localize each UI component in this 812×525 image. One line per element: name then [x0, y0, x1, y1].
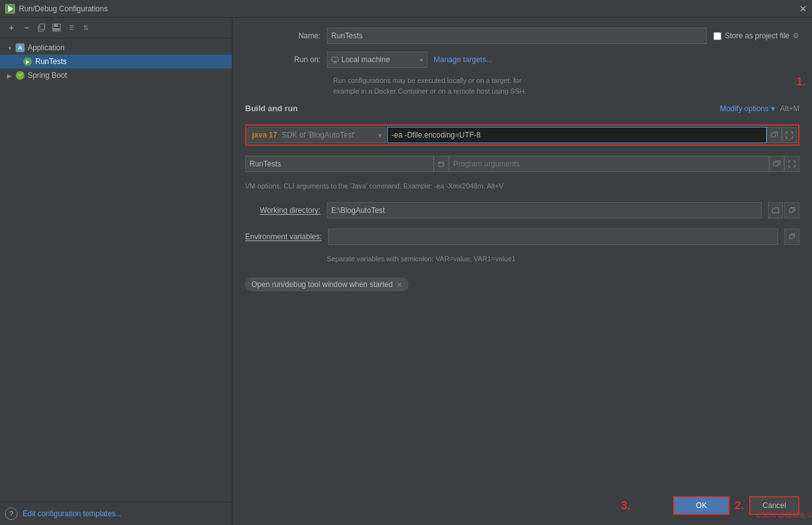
expand-icon4: [789, 234, 795, 240]
modify-arrow: ▾: [771, 104, 775, 113]
wd-icons: [768, 202, 799, 219]
main-layout: + −: [0, 18, 812, 525]
sort-config-button[interactable]: ⇅: [80, 21, 93, 34]
svg-rect-5: [54, 24, 58, 27]
working-dir-label: Working directory:: [245, 206, 321, 215]
modify-shortcut: Alt+M: [780, 104, 799, 113]
prog-args-expand-icon[interactable]: [769, 156, 784, 172]
java-dropdown[interactable]: java 17 SDK of 'BlogAutoTest' ▾: [248, 127, 386, 143]
add-config-button[interactable]: +: [5, 21, 18, 34]
move-icon: [67, 23, 76, 32]
expand-arrow-application[interactable]: ▾: [5, 43, 14, 52]
svg-rect-15: [771, 133, 776, 137]
store-project-label: Store as project file: [725, 31, 789, 40]
run-on-row: Run on: Local machine ▾ Manage targets..…: [245, 51, 799, 68]
name-row: Name: Store as project file ⚙: [245, 28, 799, 44]
run-debug-icon: [5, 4, 15, 14]
info-section: Run configurations may be executed local…: [245, 75, 799, 96]
local-machine-icon: [331, 56, 339, 63]
help-button[interactable]: ?: [5, 507, 18, 520]
build-run-row1: java 17 SDK of 'BlogAutoTest' ▾: [245, 124, 799, 146]
svg-text:⇅: ⇅: [83, 24, 89, 31]
info-text: Run configurations may be executed local…: [327, 75, 799, 96]
title-bar: Run/Debug Configurations ✕: [0, 0, 812, 18]
close-icon[interactable]: ✕: [799, 4, 807, 14]
vm-fullscreen-icon[interactable]: [782, 127, 797, 143]
runtests-icon: ▶: [23, 57, 33, 67]
sidebar-toolbar: + −: [0, 18, 232, 38]
sidebar-item-runtests[interactable]: ▶ RunTests: [0, 55, 232, 68]
tag-label: Open run/debug tool window when started: [251, 280, 393, 289]
env-vars-row: Environment variables:: [245, 229, 799, 245]
run-on-label: Run on:: [245, 55, 321, 64]
bottom-buttons-row: 3. OK 2. Cancel: [245, 491, 799, 515]
main-class-input[interactable]: [245, 156, 434, 172]
java-dropdown-arrow: ▾: [378, 132, 381, 139]
fullscreen-icon2: [788, 160, 796, 168]
prog-args-fullscreen-icon[interactable]: [784, 156, 799, 172]
tag-close-btn[interactable]: ✕: [397, 281, 402, 289]
annotation-3: 3.: [621, 499, 630, 512]
application-label: Application: [28, 43, 65, 52]
main-class-browse-icon[interactable]: [434, 156, 449, 172]
vm-hint: VM options. CLI arguments to the 'Java' …: [245, 182, 799, 190]
expand-arrow-springboot[interactable]: ▶: [5, 71, 14, 80]
annotation-1: 1.: [796, 75, 806, 89]
wd-browse-btn[interactable]: [768, 202, 783, 219]
right-panel: Name: Store as project file ⚙ Run on: Lo…: [233, 18, 812, 525]
sort-icon: ⇅: [82, 23, 91, 32]
vm-options-input[interactable]: [387, 127, 767, 143]
wd-expand-btn[interactable]: [784, 202, 799, 219]
env-vars-label: Environment variables:: [245, 232, 322, 241]
store-project-checkbox[interactable]: [713, 32, 721, 40]
name-label: Name:: [245, 31, 321, 40]
build-run-header: Build and run Modify options ▾ Alt+M: [245, 104, 799, 113]
sidebar: + −: [0, 18, 233, 525]
svg-rect-26: [789, 235, 793, 239]
run-on-dropdown[interactable]: Local machine ▾: [327, 51, 427, 68]
run-debug-tag: Open run/debug tool window when started …: [245, 278, 409, 291]
ok-button[interactable]: OK: [673, 496, 730, 515]
working-dir-input[interactable]: [327, 202, 762, 219]
watermark: CSDN @棕豆兔 &: [756, 511, 812, 520]
manage-targets-link[interactable]: Manage targets...: [434, 55, 492, 64]
save-config-button[interactable]: [50, 21, 63, 34]
env-vars-expand-btn[interactable]: [784, 229, 799, 245]
expand-icon: [771, 131, 778, 139]
fullscreen-icon: [786, 131, 793, 139]
copy-icon: [37, 23, 46, 32]
dropdown-arrow: ▾: [420, 57, 423, 63]
working-dir-row: Working directory:: [245, 202, 799, 219]
env-vars-input[interactable]: [328, 229, 778, 245]
svg-rect-18: [439, 162, 444, 166]
application-icon: A: [15, 43, 25, 53]
save-icon: [52, 23, 61, 32]
build-run-title: Build and run: [245, 104, 298, 113]
sep-hint: Separate variables with semicolon: VAR=v…: [327, 255, 799, 262]
svg-rect-6: [53, 28, 60, 31]
sidebar-bottom: ? Edit configuration templates...: [0, 502, 232, 525]
annotation-2: 2.: [735, 499, 744, 512]
svg-rect-11: [332, 57, 338, 62]
expand-icon3: [789, 207, 795, 214]
browse-icon: [438, 161, 444, 167]
svg-rect-20: [774, 162, 778, 166]
prog-args-input[interactable]: [449, 156, 769, 172]
name-input[interactable]: [327, 28, 707, 44]
modify-options-link[interactable]: Modify options ▾ Alt+M: [720, 104, 799, 113]
vm-expand-icon[interactable]: [767, 127, 782, 143]
build-run-row2: [245, 156, 799, 172]
svg-rect-23: [789, 208, 793, 212]
tag-pills-row: Open run/debug tool window when started …: [245, 278, 799, 291]
sidebar-item-application[interactable]: ▾ A Application: [0, 41, 232, 55]
gear-icon[interactable]: ⚙: [793, 31, 799, 40]
sidebar-item-springboot[interactable]: ▶ 🌱 Spring Boot: [0, 68, 232, 82]
move-config-button[interactable]: [65, 21, 78, 34]
runtests-label: RunTests: [35, 57, 67, 66]
remove-config-button[interactable]: −: [20, 21, 33, 34]
copy-config-button[interactable]: [35, 21, 48, 34]
spacer: [245, 299, 799, 484]
title-bar-text: Run/Debug Configurations: [19, 4, 107, 13]
edit-templates-link[interactable]: Edit configuration templates...: [23, 509, 122, 518]
sidebar-tree: ▾ A Application ▶ RunTests ▶ 🌱 Spring Bo…: [0, 38, 232, 502]
